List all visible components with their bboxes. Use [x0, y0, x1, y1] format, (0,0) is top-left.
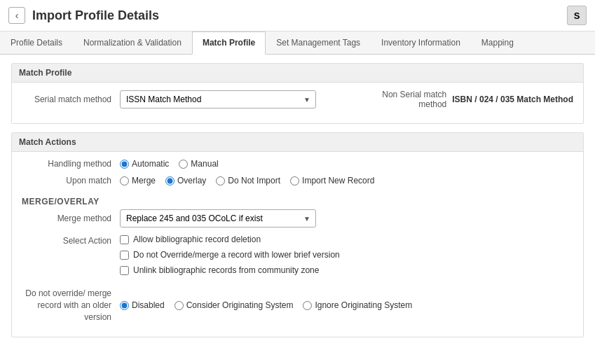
- merge-overlay-title: MERGE/OVERLAY: [22, 192, 573, 209]
- tab-profile-details[interactable]: Profile Details: [0, 31, 73, 54]
- handling-manual-option[interactable]: Manual: [179, 159, 218, 169]
- match-profile-section-title: Match Profile: [12, 64, 583, 83]
- upon-match-overlay-option[interactable]: Overlay: [165, 176, 206, 186]
- tab-set-management-tags[interactable]: Set Management Tags: [266, 31, 371, 54]
- match-profile-section: Match Profile Serial match method ISSN M…: [11, 63, 584, 124]
- merge-method-row: Merge method Replace 245 and 035 OCoLC i…: [22, 209, 573, 227]
- upon-match-merge-option[interactable]: Merge: [120, 176, 156, 186]
- tab-mapping[interactable]: Mapping: [471, 31, 524, 54]
- merge-method-label: Merge method: [22, 214, 120, 223]
- override-consider-originating-option[interactable]: Consider Originating System: [175, 300, 294, 310]
- match-actions-section: Match Actions Handling method Automatic …: [11, 132, 584, 337]
- serial-match-label: Serial match method: [22, 94, 120, 104]
- page-title: Import Profile Details: [32, 8, 567, 23]
- handling-method-radio-group: Automatic Manual: [120, 159, 573, 169]
- upon-match-import-new-record-option[interactable]: Import New Record: [290, 176, 374, 186]
- do-not-override-lower-brief-checkbox[interactable]: Do not Override/merge a record with lowe…: [120, 250, 573, 260]
- back-button[interactable]: ‹: [8, 7, 25, 24]
- select-action-label: Select Action: [22, 234, 120, 246]
- s-button[interactable]: S: [567, 6, 587, 25]
- non-serial-match-value: ISBN / 024 / 035 Match Method: [452, 94, 573, 104]
- select-action-row: Select Action Allow bibliographic record…: [22, 234, 573, 281]
- serial-match-select-wrap: ISSN Match MethodOther Method ▼: [120, 90, 316, 108]
- upon-match-do-not-import-option[interactable]: Do Not Import: [216, 176, 280, 186]
- handling-method-label: Handling method: [22, 159, 120, 169]
- upon-match-label: Upon match: [22, 176, 120, 186]
- non-serial-match-label: Non Serial matchmethod: [382, 90, 446, 109]
- upon-match-row: Upon match Merge Overlay Do Not Import I…: [22, 176, 573, 186]
- handling-automatic-option[interactable]: Automatic: [120, 159, 169, 169]
- allow-bib-deletion-checkbox[interactable]: Allow bibliographic record deletion: [120, 234, 573, 244]
- tab-normalization-validation[interactable]: Normalization & Validation: [73, 31, 192, 54]
- override-ignore-originating-option[interactable]: Ignore Originating System: [303, 300, 412, 310]
- tab-match-profile[interactable]: Match Profile: [192, 31, 266, 55]
- tab-bar: Profile Details Normalization & Validati…: [0, 31, 595, 55]
- do-not-override-older-label: Do not override/ merge record with an ol…: [22, 288, 120, 323]
- merge-method-select-wrap: Replace 245 and 035 OCoLC if existOther …: [120, 209, 316, 227]
- match-actions-section-title: Match Actions: [12, 133, 583, 152]
- main-content: Match Profile Serial match method ISSN M…: [0, 55, 595, 356]
- merge-method-select[interactable]: Replace 245 and 035 OCoLC if existOther …: [120, 209, 316, 227]
- upon-match-radio-group: Merge Overlay Do Not Import Import New R…: [120, 176, 573, 186]
- override-disabled-option[interactable]: Disabled: [120, 300, 165, 310]
- tab-inventory-information[interactable]: Inventory Information: [371, 31, 471, 54]
- serial-match-row: Serial match method ISSN Match MethodOth…: [22, 90, 573, 109]
- do-not-override-older-row: Do not override/ merge record with an ol…: [22, 288, 573, 323]
- handling-method-row: Handling method Automatic Manual: [22, 159, 573, 169]
- unlink-bib-community-zone-checkbox[interactable]: Unlink bibliographic records from commun…: [120, 265, 573, 275]
- serial-match-select[interactable]: ISSN Match MethodOther Method: [120, 90, 316, 108]
- do-not-override-older-radio-group: Disabled Consider Originating System Ign…: [120, 300, 573, 310]
